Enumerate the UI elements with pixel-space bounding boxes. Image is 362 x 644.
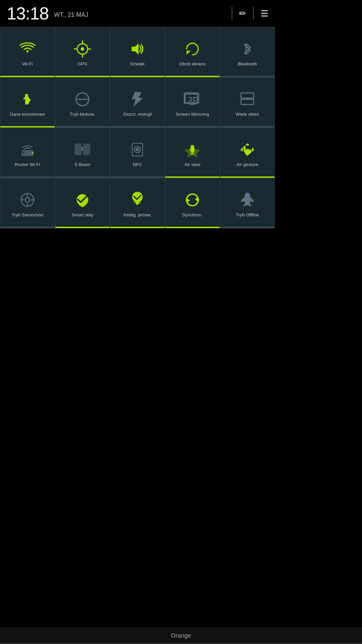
wifi-router-bar: [0, 176, 55, 178]
car-mode-label: Tryb Samochód: [12, 212, 44, 218]
svg-marker-32: [245, 154, 250, 156]
air-gesture-label: Air gesture: [236, 162, 258, 168]
mobile-data-bar: [0, 126, 55, 127]
qs-tile-sbeam[interactable]: S Beam: [55, 128, 110, 178]
block-mode-bar: [55, 126, 110, 127]
qs-tile-smart-stay[interactable]: Smart stay: [55, 178, 110, 228]
svg-marker-30: [252, 147, 254, 152]
power-saving-icon: [129, 91, 146, 108]
qs-tile-block-mode[interactable]: Tryb blokow.: [55, 77, 110, 128]
air-view-bar: [165, 176, 220, 178]
svg-marker-31: [245, 143, 250, 146]
airplane-label: Tryb Offline: [236, 212, 259, 218]
smart-scroll-label: Intelig. przew.: [124, 212, 152, 218]
svg-marker-29: [240, 147, 243, 152]
svg-rect-24: [75, 144, 81, 155]
sbeam-bar: [55, 176, 110, 178]
svg-marker-45: [195, 197, 198, 202]
wifi-router-label: Router Wi-Fi: [15, 162, 40, 168]
air-view-label: Air view: [184, 162, 200, 168]
sbeam-label: S Beam: [74, 162, 90, 168]
rotation-icon: [184, 40, 201, 58]
bluetooth-icon: [239, 40, 256, 58]
gps-icon: [74, 40, 91, 58]
sync-icon: [184, 191, 201, 209]
bluetooth-bar: [220, 76, 275, 77]
multi-window-label: Wiele okien: [236, 111, 259, 117]
block-mode-label: Tryb blokow.: [70, 111, 95, 117]
status-icons: ✏ ☰: [232, 7, 268, 20]
quick-settings-grid: Wi-Fi GPS Dźwięk Obrót ekranu Bluetooth …: [0, 27, 275, 228]
screen-mirroring-bar: [165, 126, 220, 127]
svg-marker-6: [132, 43, 139, 55]
wifi-label: Wi-Fi: [22, 61, 33, 67]
block-mode-icon: [74, 91, 91, 108]
clock: 13:18: [7, 3, 49, 23]
date: WT., 21 MAJ: [54, 11, 88, 18]
car-mode-bar: [0, 227, 55, 228]
mobile-data-label: Dane komórkowe: [10, 111, 45, 117]
svg-point-41: [81, 204, 84, 207]
multi-window-icon: [239, 91, 256, 108]
qs-tile-mobile-data[interactable]: Dane komórkowe: [0, 77, 55, 128]
power-saving-label: Oszcz. energii: [123, 111, 152, 117]
svg-rect-22: [23, 151, 24, 153]
qs-tile-sound[interactable]: Dźwięk: [110, 27, 165, 77]
menu-icon[interactable]: ☰: [260, 8, 268, 19]
mobile-data-icon: [19, 91, 36, 108]
svg-marker-11: [24, 94, 30, 100]
car-mode-icon: [19, 191, 36, 209]
qs-tile-rotation[interactable]: Obrót ekranu: [165, 27, 220, 77]
smart-scroll-bar: [110, 227, 165, 228]
bluetooth-label: Bluetooth: [238, 61, 257, 67]
smart-stay-bar: [55, 227, 110, 228]
qs-tile-multi-window[interactable]: Wiele okien: [220, 77, 275, 128]
airplane-icon: [239, 191, 256, 209]
qs-tile-air-gesture[interactable]: Air gesture: [220, 128, 275, 178]
wifi-bar: [0, 76, 55, 77]
svg-rect-19: [241, 99, 254, 105]
divider2: [253, 7, 254, 20]
air-gesture-icon: [239, 141, 256, 158]
qs-tile-wifi-router[interactable]: Router Wi-Fi: [0, 128, 55, 178]
svg-marker-7: [187, 51, 191, 55]
sound-bar: [110, 76, 165, 77]
screen-mirroring-icon: [184, 91, 201, 108]
qs-tile-screen-mirroring[interactable]: Screen Mirroring: [165, 77, 220, 128]
divider1: [232, 7, 232, 20]
qs-tile-airplane[interactable]: Tryb Offline: [220, 178, 275, 228]
svg-point-27: [136, 149, 139, 151]
qs-tile-sync[interactable]: Synchron.: [165, 178, 220, 228]
smart-stay-icon: [74, 191, 91, 209]
gps-label: GPS: [78, 61, 87, 67]
svg-point-28: [190, 153, 195, 155]
power-saving-bar: [110, 126, 165, 127]
sound-icon: [129, 40, 146, 58]
sound-label: Dźwięk: [130, 61, 145, 67]
nfc-label: NFC: [133, 162, 142, 168]
wifi-router-icon: [19, 141, 36, 158]
svg-marker-46: [187, 198, 190, 203]
airplane-bar: [220, 227, 275, 228]
qs-tile-wifi[interactable]: Wi-Fi: [0, 27, 55, 77]
qs-tile-car-mode[interactable]: Tryb Samochód: [0, 178, 55, 228]
svg-rect-25: [83, 144, 90, 155]
qs-tile-gps[interactable]: GPS: [55, 27, 110, 77]
edit-icon[interactable]: ✏: [239, 8, 246, 19]
smart-scroll-icon: [129, 191, 146, 209]
qs-tile-smart-scroll[interactable]: Intelig. przew.: [110, 178, 165, 228]
sync-label: Synchron.: [182, 212, 203, 218]
sbeam-icon: [74, 141, 91, 158]
air-gesture-bar: [220, 176, 275, 178]
smart-stay-label: Smart stay: [72, 212, 94, 218]
qs-tile-bluetooth[interactable]: Bluetooth: [220, 27, 275, 77]
qs-tile-power-saving[interactable]: Oszcz. energii: [110, 77, 165, 128]
qs-tile-nfc[interactable]: NFC: [110, 128, 165, 178]
rotation-bar: [165, 76, 220, 77]
sync-bar: [165, 227, 220, 228]
wifi-icon: [19, 40, 36, 58]
nfc-bar: [110, 176, 165, 178]
air-view-icon: [184, 141, 201, 158]
carrier-bar: Orange: [0, 627, 275, 644]
qs-tile-air-view[interactable]: Air view: [165, 128, 220, 178]
